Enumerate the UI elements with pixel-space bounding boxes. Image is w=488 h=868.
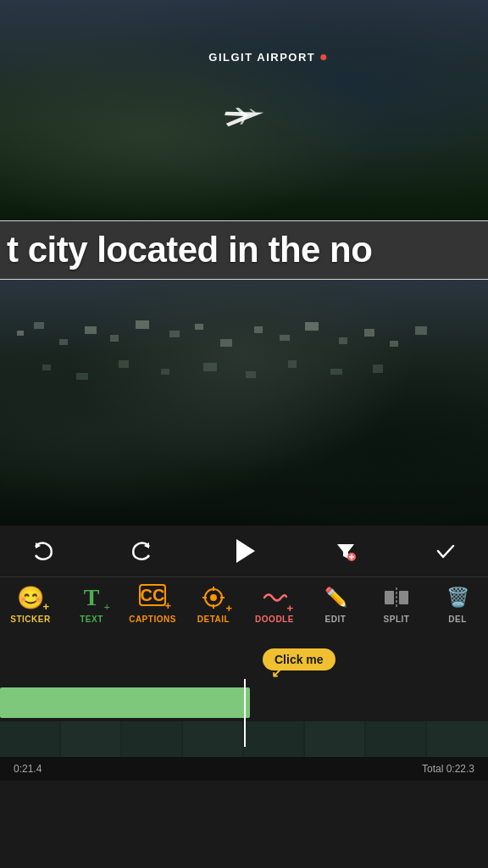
- svg-rect-2: [59, 339, 68, 345]
- svg-rect-23: [330, 369, 342, 375]
- play-button[interactable]: [225, 532, 263, 570]
- total-timecode: Total 0:22.3: [422, 763, 474, 775]
- svg-rect-1: [34, 322, 44, 329]
- toolbar-area: 😊 + STICKER T + TEXT CC + CapTiOns: [0, 526, 488, 868]
- svg-rect-37: [385, 591, 394, 604]
- timeline-green-bar[interactable]: ›: [0, 687, 250, 718]
- doodle-label: DOODLE: [255, 615, 294, 624]
- svg-rect-8: [220, 339, 232, 347]
- svg-rect-20: [203, 363, 217, 371]
- undo-button[interactable]: [25, 534, 59, 568]
- tooltip-arrow: ↙: [271, 665, 282, 681]
- edit-label: EDIT: [325, 615, 347, 624]
- detail-label: DETAIL: [197, 615, 230, 624]
- text-label: TEXT: [80, 615, 103, 624]
- click-me-tooltip: Click me ↙: [263, 648, 336, 670]
- tool-detail[interactable]: + DETAIL: [188, 584, 239, 624]
- svg-rect-9: [254, 326, 263, 333]
- svg-rect-5: [136, 320, 149, 329]
- split-icon: [383, 584, 410, 611]
- tool-split[interactable]: SPLIT: [371, 584, 422, 624]
- svg-rect-14: [390, 341, 398, 347]
- svg-rect-38: [399, 591, 408, 604]
- svg-rect-17: [76, 373, 88, 380]
- video-preview: GILGIT AIRPORT t city located in the no: [0, 0, 488, 526]
- caption-banner: t city located in the no: [0, 220, 488, 280]
- svg-rect-21: [246, 371, 256, 378]
- svg-rect-0: [17, 331, 24, 336]
- timecode-bar: 0:21.4 Total 0:22.3: [0, 757, 488, 781]
- caption-text: t city located in the no: [0, 230, 372, 270]
- doodle-icon: +: [261, 584, 288, 611]
- playback-controls: [0, 526, 488, 576]
- detail-icon: +: [200, 584, 227, 611]
- svg-rect-19: [161, 369, 169, 375]
- captions-icon: CC +: [139, 584, 166, 606]
- svg-rect-22: [288, 360, 297, 368]
- airport-label-text: GILGIT AIRPORT: [208, 51, 315, 64]
- svg-rect-4: [110, 335, 119, 342]
- tool-captions[interactable]: CC + CapTiOns: [127, 584, 178, 624]
- tools-row: 😊 + STICKER T + TEXT CC + CapTiOns: [0, 577, 488, 645]
- tool-delete[interactable]: 🗑️ DEL: [432, 584, 483, 624]
- tool-doodle[interactable]: + DOODLE: [249, 584, 300, 624]
- svg-rect-10: [280, 335, 290, 341]
- svg-rect-15: [415, 326, 427, 335]
- svg-rect-11: [305, 322, 319, 331]
- sticker-icon: 😊 +: [17, 584, 44, 611]
- confirm-button[interactable]: [429, 534, 463, 568]
- svg-rect-12: [339, 337, 347, 344]
- svg-rect-13: [364, 329, 374, 337]
- svg-rect-3: [85, 326, 97, 334]
- svg-rect-7: [195, 324, 203, 330]
- edit-icon: ✏️: [322, 584, 349, 611]
- delete-icon: 🗑️: [444, 584, 471, 611]
- delete-label: DEL: [448, 615, 467, 624]
- play-icon: [236, 539, 255, 563]
- video-top-section: GILGIT AIRPORT: [0, 0, 488, 220]
- sticker-label: STICKER: [10, 615, 50, 624]
- video-bottom-section: [0, 280, 488, 526]
- filter-button[interactable]: [329, 534, 363, 568]
- captions-label: CapTiOns: [129, 615, 176, 624]
- svg-point-32: [210, 594, 217, 601]
- tool-sticker[interactable]: 😊 + STICKER: [5, 584, 56, 624]
- airport-label: GILGIT AIRPORT: [208, 51, 326, 64]
- svg-rect-18: [119, 360, 129, 368]
- timeline-area: Click me ↙ ›: [0, 645, 488, 781]
- airport-label-dot: [320, 54, 326, 60]
- timeline-cursor: [244, 679, 246, 747]
- current-timecode: 0:21.4: [14, 763, 42, 775]
- text-tool-icon: T +: [78, 584, 105, 611]
- svg-rect-6: [169, 331, 180, 337]
- split-label: SPLIT: [384, 615, 410, 624]
- svg-rect-16: [42, 364, 51, 370]
- svg-rect-24: [373, 364, 383, 373]
- redo-button[interactable]: [125, 534, 159, 568]
- tool-edit[interactable]: ✏️ EDIT: [310, 584, 361, 624]
- tool-text[interactable]: T + TEXT: [66, 584, 117, 624]
